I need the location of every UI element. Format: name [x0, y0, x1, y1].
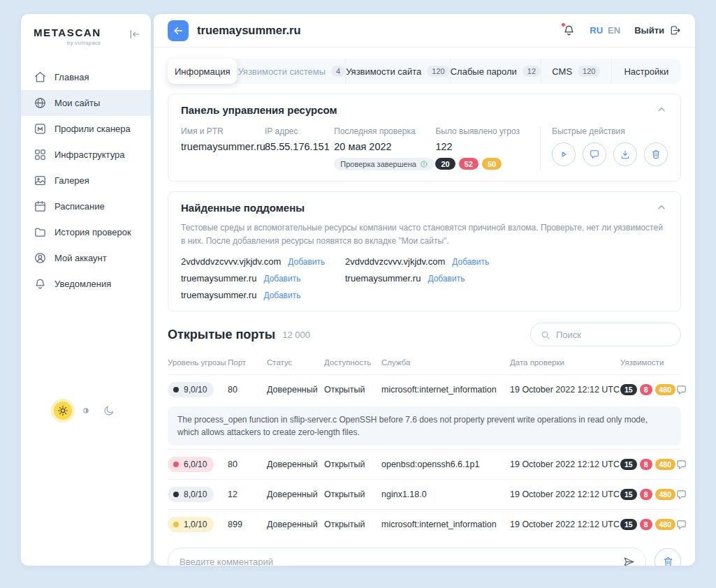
lang-en-button[interactable]: EN: [608, 25, 620, 36]
sidebar-item-home[interactable]: Главная: [21, 64, 151, 90]
tab-cms[interactable]: CMS120: [541, 59, 611, 84]
sidebar-item-label: Мой аккаунт: [54, 253, 107, 263]
calendar-icon: [34, 200, 47, 213]
subdomain-add-link[interactable]: Добавить: [263, 274, 300, 284]
comment-bar: [168, 547, 681, 566]
vuln-count-badge: 480: [655, 384, 676, 395]
row-comment-icon[interactable]: [675, 519, 687, 531]
theme-dark-button[interactable]: [100, 402, 118, 420]
send-comment-button[interactable]: [622, 555, 636, 566]
vuln-count-badge: 480: [655, 489, 676, 500]
vuln-badges: 158480: [620, 519, 675, 530]
row-comment-icon[interactable]: [675, 489, 687, 501]
date-cell: 19 October 2022 12:12 UTC: [510, 460, 620, 469]
sidebar-item-my-account[interactable]: Мой аккаунт: [21, 245, 151, 271]
port-row[interactable]: 9,0/10 80 Доверенный Открытый microsoft:…: [168, 374, 681, 404]
field-threats: Было выявлено угроз 122 205250: [435, 126, 529, 170]
subdomain-add-link[interactable]: Добавить: [263, 291, 300, 300]
vuln-count-badge: 480: [655, 459, 676, 470]
theme-light-button[interactable]: [54, 402, 72, 420]
port-row[interactable]: 8,0/10 12 Доверенный Открытый nginx1.18.…: [168, 479, 681, 509]
folder-icon: [34, 226, 47, 239]
logout-icon: [669, 24, 681, 36]
arrow-left-icon: [172, 24, 184, 37]
availability-cell: Открытый: [324, 490, 381, 499]
tab-count-badge: 4: [331, 66, 345, 77]
sidebar-collapse-button[interactable]: [129, 28, 141, 41]
sidebar-item-scanner-profiles[interactable]: Профили сканера: [21, 116, 151, 142]
brand-tagline: by vulnspace: [34, 40, 101, 46]
brand-name: METASCAN: [34, 27, 101, 38]
delete-comment-button[interactable]: [655, 548, 681, 566]
collapse-left-icon: [129, 28, 141, 41]
port-vulnerability-note: The process_open function in sflip-serve…: [168, 406, 681, 446]
subdomain-add-link[interactable]: Добавить: [428, 274, 465, 284]
logout-button[interactable]: Выйти: [634, 24, 681, 36]
tab-count-badge: 120: [427, 66, 449, 77]
threat-count-badge: 52: [459, 158, 478, 170]
status-cell: Доверенный: [267, 460, 324, 469]
tab-site-vulns[interactable]: Уязвимости сайта120: [345, 59, 449, 84]
sidebar-item-schedule[interactable]: Расписание: [21, 193, 151, 219]
subdomain-name: 2vdvddvzcvvv.vjkjdv.com: [181, 256, 281, 267]
tab-weak-passwords[interactable]: Слабые пароли12: [450, 59, 541, 84]
subdomain-add-link[interactable]: Добавить: [288, 257, 325, 267]
sidebar-item-infrastructure[interactable]: Инфраструктура: [21, 142, 151, 168]
sidebar-item-my-sites[interactable]: Мои сайты: [21, 90, 151, 116]
sidebar-item-check-history[interactable]: История проверок: [21, 219, 151, 245]
tab-count-badge: 12: [523, 66, 541, 77]
service-cell: openbsd:openssh6.6.1p1: [381, 460, 510, 469]
tab-label: Уязвимости сайта: [346, 66, 421, 77]
port-row[interactable]: 6,0/10 80 Доверенный Открытый openbsd:op…: [168, 449, 681, 479]
quick-action-run-button[interactable]: [552, 142, 576, 166]
sidebar-item-label: Уведомления: [54, 279, 111, 289]
ports-table: Уровень угрозыПортСтатусДоступностьСлужб…: [168, 349, 681, 539]
page-content: ИнформацияУязвимости системы4Уязвимости …: [154, 47, 695, 566]
threat-count-badge: 20: [435, 158, 455, 170]
row-comment-icon[interactable]: [675, 459, 687, 471]
quick-action-download-button[interactable]: [613, 142, 637, 166]
sidebar-item-label: Галерея: [54, 175, 89, 186]
quick-action-comment-button[interactable]: [583, 142, 606, 166]
tab-label: Уязвимости системы: [238, 66, 326, 77]
tab-info[interactable]: Информация: [168, 59, 237, 84]
subdomains-list: 2vdvddvzcvvv.vjkjdv.comДобавитьtruemaysu…: [181, 256, 668, 300]
subdomain-add-link[interactable]: Добавить: [452, 257, 489, 267]
vuln-count-badge: 15: [620, 384, 637, 395]
auto-theme-icon: [80, 404, 92, 417]
notifications-bell-button[interactable]: [562, 24, 576, 37]
subdomain-item: truemaysummer.ruДобавить: [181, 273, 345, 284]
back-button[interactable]: [168, 20, 189, 41]
ports-table-body: 9,0/10 80 Доверенный Открытый microsoft:…: [168, 374, 681, 539]
status-cell: Доверенный: [267, 385, 324, 395]
sidebar-item-gallery[interactable]: Галерея: [21, 168, 151, 193]
tab-settings[interactable]: Настройки: [611, 59, 681, 84]
row-comment-icon[interactable]: [675, 384, 687, 396]
threat-badges: 205250: [435, 158, 529, 170]
brand-logo: METASCAN by vulnspace: [21, 14, 151, 53]
sidebar-item-label: Профили сканера: [54, 124, 131, 134]
port-row[interactable]: 1,0/10 899 Доверенный Открытый microsoft…: [168, 509, 681, 539]
resource-panel-collapse-button[interactable]: [655, 103, 668, 116]
sidebar-item-notifications[interactable]: Уведомления: [21, 271, 151, 297]
comment-input[interactable]: [180, 557, 615, 566]
vuln-count-badge: 8: [640, 519, 652, 530]
tab-label: Слабые пароли: [451, 66, 517, 77]
subdomains-collapse-button[interactable]: [655, 201, 668, 214]
sidebar-item-label: Инфраструктура: [54, 149, 124, 160]
comment-input-box: [168, 547, 646, 566]
subdomain-name: truemaysummer.ru: [181, 273, 256, 284]
column-header: Служба: [381, 358, 510, 367]
search-input[interactable]: [556, 330, 671, 340]
severity-value: 9,0/10: [184, 385, 207, 395]
tab-system-vulns[interactable]: Уязвимости системы4: [237, 59, 345, 84]
quick-action-delete-button[interactable]: [644, 142, 668, 166]
moon-icon: [103, 404, 115, 417]
lang-ru-button[interactable]: RU: [590, 25, 603, 36]
theme-auto-button[interactable]: [77, 402, 95, 420]
port-cell: 80: [228, 460, 267, 469]
sidebar: METASCAN by vulnspace ГлавнаяМои сайтыПр…: [21, 14, 151, 566]
tab-bar: ИнформацияУязвимости системы4Уязвимости …: [168, 59, 681, 84]
open-ports-section: Открытые порты 12 000 Уровень угрозыПорт…: [168, 321, 681, 553]
account-icon: [34, 251, 47, 265]
